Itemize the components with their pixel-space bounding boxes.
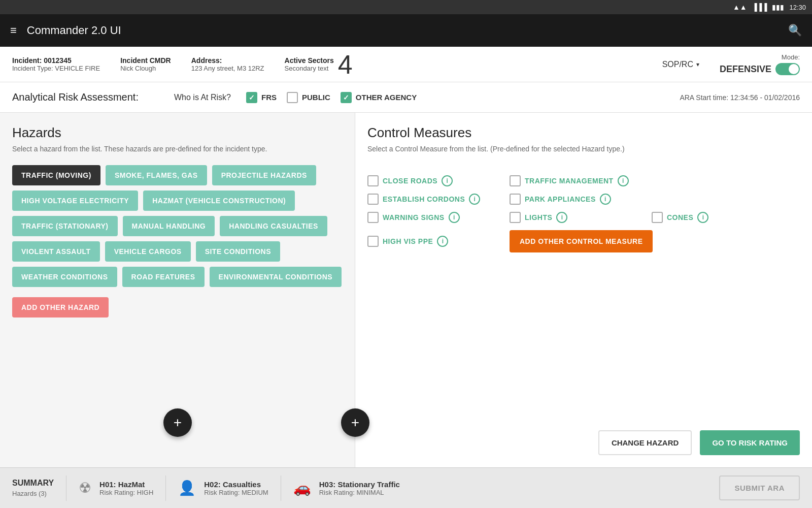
hazard-tag-hvoltage[interactable]: HIGH VOLTAGE ELECTRICITY — [12, 190, 138, 211]
mode-value: DEFENSIVE — [720, 64, 771, 75]
hazmat-icon: ☢ — [79, 480, 91, 496]
risk-label: Who is At Risk? — [174, 93, 231, 102]
chevron-down-icon[interactable]: ▾ — [696, 61, 699, 68]
hazard-summary-3[interactable]: 🚗 H03: Stationary Traffic Risk Rating: M… — [293, 480, 400, 496]
park-appliances-checkbox[interactable] — [510, 194, 521, 205]
public-checkbox[interactable] — [287, 92, 298, 103]
hazard-tag-environmental[interactable]: ENVIRONMENTAL CONDITIONS — [210, 267, 342, 287]
frs-checkbox[interactable]: ✓ — [246, 92, 257, 103]
hazard-tag-manual-handling[interactable]: MANUAL HANDLING — [123, 216, 215, 236]
app-title: Commander 2.0 UI — [27, 24, 778, 37]
change-hazard-button[interactable]: CHANGE HAZARD — [598, 430, 692, 455]
park-appliances-info-button[interactable]: i — [600, 194, 611, 205]
control-row-3: WARNING SIGNS i LIGHTS i CONES i — [367, 212, 800, 223]
hazard-summary-2[interactable]: 👤 H02: Casualties Risk Rating: MEDIUM — [178, 480, 268, 496]
go-to-risk-rating-button[interactable]: GO TO RISK RATING — [700, 430, 800, 455]
hazard-summary-1[interactable]: ☢ H01: HazMat Risk Rating: HIGH — [79, 480, 153, 496]
traffic-management-info-button[interactable]: i — [618, 175, 629, 186]
cones-info-button[interactable]: i — [697, 212, 708, 223]
hazard-tag-casualties[interactable]: HANDLING CASUALTIES — [220, 216, 327, 236]
warning-signs-info-button[interactable]: i — [449, 212, 460, 223]
cmdr-name: Nick Clough — [120, 65, 171, 72]
summary-title: SUMMARY — [12, 479, 54, 488]
park-appliances-label: PARK APPLIANCES — [525, 195, 596, 203]
address-info: Address: 123 Any street, M3 12RZ — [191, 56, 264, 72]
warning-signs-label: WARNING SIGNS — [383, 213, 445, 221]
hazmat-info: H01: HazMat Risk Rating: HIGH — [99, 480, 153, 496]
summary-hazards-count: Hazards (3) — [12, 490, 54, 497]
submit-ara-button[interactable]: SUBMIT ARA — [719, 475, 800, 500]
address-label: Address: — [191, 56, 264, 65]
add-control-measure-button[interactable]: ADD OTHER CONTROL MEASURE — [510, 230, 653, 252]
hazard-tag-traffic-moving[interactable]: TRAFFIC (MOVING) — [12, 165, 100, 185]
ara-bar: Analytical Risk Assessment: Who is At Ri… — [0, 82, 812, 113]
control-measures-list: CLOSE ROADS i TRAFFIC MANAGEMENT i ESTAB… — [367, 175, 800, 252]
soprpc-control[interactable]: SOP/RC ▾ — [662, 60, 699, 69]
hazard-tags-list: TRAFFIC (MOVING) SMOKE, FLAMES, GAS PROJ… — [12, 165, 343, 287]
signal-icon: ▐▐▐ — [752, 3, 767, 11]
hazard-tag-vehicle-cargos[interactable]: VEHICLE CARGOS — [105, 241, 191, 262]
hazmat-rating: Risk Rating: HIGH — [99, 489, 153, 496]
control-row-1: CLOSE ROADS i TRAFFIC MANAGEMENT i — [367, 175, 800, 186]
lights-label: LIGHTS — [525, 213, 552, 221]
hazard-tag-site-conditions[interactable]: SITE CONDITIONS — [196, 241, 280, 262]
wifi-icon: ▲▲ — [733, 3, 747, 11]
cones-checkbox[interactable] — [652, 212, 663, 223]
hazard-tag-violent[interactable]: VIOLENT ASSAULT — [12, 241, 100, 262]
lights-info-button[interactable]: i — [556, 212, 567, 223]
close-roads-checkbox[interactable] — [367, 175, 379, 186]
high-vis-ppe-label: HIGH VIS PPE — [383, 237, 433, 245]
cmdr-info: Incident CMDR Nick Clough — [120, 56, 171, 72]
casualties-icon: 👤 — [178, 480, 196, 496]
ara-title: Analytical Risk Assessment: — [12, 91, 139, 103]
control-item-close-roads: CLOSE ROADS i — [367, 175, 499, 186]
lights-checkbox[interactable] — [510, 212, 521, 223]
sectors-group: Active Sectors Secondary text — [285, 56, 334, 72]
control-row-4: HIGH VIS PPE i ADD OTHER CONTROL MEASURE — [367, 230, 800, 252]
hazard-tag-smoke[interactable]: SMOKE, FLAMES, GAS — [106, 165, 207, 185]
sector-count: 4 — [338, 51, 353, 78]
stationary-traffic-info: H03: Stationary Traffic Risk Rating: MIN… — [319, 480, 400, 496]
summary-bar: SUMMARY Hazards (3) ☢ H01: HazMat Risk R… — [0, 467, 812, 508]
public-checkbox-group[interactable]: PUBLIC — [287, 92, 330, 103]
other-agency-checkbox-group[interactable]: ✓ OTHER AGENCY — [341, 92, 417, 103]
hazards-title: Hazards — [12, 125, 343, 141]
hazard-tag-projectile[interactable]: PROJECTILE HAZARDS — [212, 165, 316, 185]
incident-type: Incident Type: VEHICLE FIRE — [12, 65, 100, 72]
high-vis-ppe-info-button[interactable]: i — [437, 236, 448, 247]
other-agency-label: OTHER AGENCY — [356, 93, 417, 102]
establish-cordons-checkbox[interactable] — [367, 194, 379, 205]
high-vis-ppe-checkbox[interactable] — [367, 236, 379, 247]
incident-info: Incident: 0012345 Incident Type: VEHICLE… — [12, 56, 100, 72]
mode-toggle[interactable] — [775, 63, 800, 75]
fab-icon: + — [174, 415, 182, 431]
control-item-warning-signs: WARNING SIGNS i — [367, 212, 499, 223]
frs-checkbox-group[interactable]: ✓ FRS — [246, 92, 277, 103]
sectors-label: Active Sectors — [285, 56, 334, 65]
control-item-high-vis: HIGH VIS PPE i — [367, 236, 499, 247]
fab-add-button[interactable]: + — [341, 408, 369, 437]
menu-icon[interactable]: ≡ — [10, 24, 17, 37]
sectors-sub: Secondary text — [285, 65, 334, 72]
search-icon[interactable]: 🔍 — [788, 24, 802, 37]
summary-divider-3 — [281, 475, 281, 501]
hazard-tag-hazmat[interactable]: HAZMAT (VEHICLE CONSTRUCTION) — [143, 190, 295, 211]
traffic-management-checkbox[interactable] — [510, 175, 521, 186]
battery-icon: ▮▮▮ — [772, 3, 784, 11]
status-time: 12:30 — [789, 4, 806, 11]
control-item-cordons: ESTABLISH CORDONS i — [367, 194, 499, 205]
close-roads-info-button[interactable]: i — [442, 175, 453, 186]
other-agency-checkbox[interactable]: ✓ — [341, 92, 352, 103]
hazard-tag-traffic-stationary[interactable]: TRAFFIC (STATIONARY) — [12, 216, 118, 236]
warning-signs-checkbox[interactable] — [367, 212, 379, 223]
casualties-info: H02: Casualties Risk Rating: MEDIUM — [204, 480, 268, 496]
info-bar: Incident: 0012345 Incident Type: VEHICLE… — [0, 47, 812, 82]
add-hazard-button[interactable]: ADD OTHER HAZARD — [12, 297, 109, 318]
stationary-traffic-name: H03: Stationary Traffic — [319, 480, 400, 489]
soprpc-label: SOP/RC — [662, 60, 693, 69]
main-content: Hazards Select a hazard from the list. T… — [0, 113, 812, 467]
establish-cordons-info-button[interactable]: i — [469, 194, 480, 205]
hazard-tag-road-features[interactable]: ROAD FEATURES — [122, 267, 205, 287]
hazard-tag-weather[interactable]: WEATHER CONDITIONS — [12, 267, 117, 287]
fab-button[interactable]: + — [163, 408, 192, 437]
